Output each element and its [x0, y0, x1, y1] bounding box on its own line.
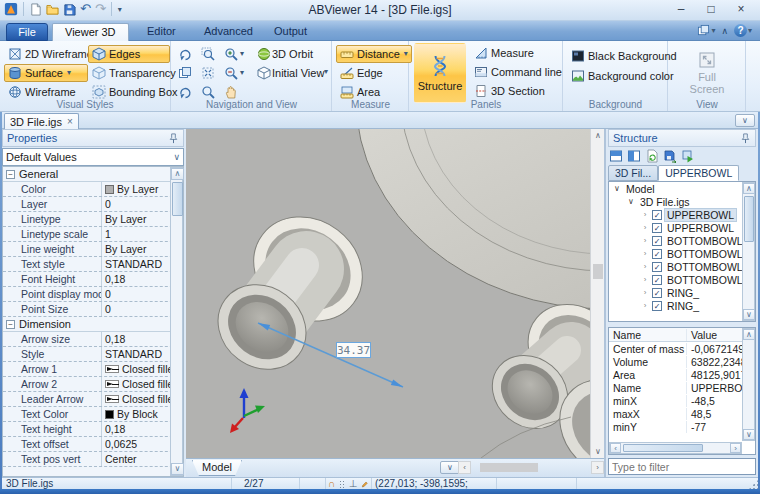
- details-vscrollbar[interactable]: ∧ ∨: [742, 328, 755, 441]
- zoom-in-button[interactable]: ▾: [222, 47, 255, 61]
- property-row[interactable]: Text styleSTANDARD: [3, 257, 183, 272]
- close-tab-icon[interactable]: ×: [67, 117, 73, 127]
- property-row[interactable]: Line weightBy Layer: [3, 242, 183, 257]
- property-row[interactable]: Text ColorBy Block: [3, 407, 183, 422]
- scrollbar-thumb[interactable]: [172, 182, 183, 216]
- 3d-viewport[interactable]: 34.37: [186, 129, 590, 458]
- scroll-left-icon[interactable]: ‹: [458, 461, 471, 474]
- tree-item[interactable]: ›✓BOTTOMBOWL: [609, 260, 755, 273]
- property-row[interactable]: StyleSTANDARD: [3, 347, 183, 362]
- scroll-down-icon[interactable]: ∨: [743, 429, 755, 440]
- draw-pen-icon[interactable]: [361, 479, 369, 490]
- property-row[interactable]: Font Height0,18: [3, 272, 183, 287]
- visibility-checkbox[interactable]: ✓: [652, 262, 662, 272]
- pan-button[interactable]: [222, 85, 255, 99]
- zoom-window-button[interactable]: [199, 47, 222, 61]
- property-row[interactable]: Text pos vertCenter: [3, 452, 183, 467]
- copy-view-button[interactable]: [176, 66, 199, 80]
- visibility-checkbox[interactable]: ✓: [652, 223, 662, 233]
- scroll-up-icon[interactable]: ∧: [171, 168, 184, 180]
- tab-file[interactable]: 3D Fil...: [608, 165, 658, 181]
- expand-icon[interactable]: ∨: [613, 184, 621, 193]
- property-row[interactable]: Text offset0,0625: [3, 437, 183, 452]
- visibility-checkbox[interactable]: ✓: [652, 301, 662, 311]
- detail-row[interactable]: maxX48,5: [609, 407, 755, 420]
- property-row[interactable]: Text height0,18: [3, 422, 183, 437]
- collapse-icon[interactable]: −: [6, 170, 15, 179]
- details-hscrollbar[interactable]: ‹ ›: [609, 442, 742, 454]
- export-icon[interactable]: [681, 149, 695, 163]
- property-row[interactable]: Arrow 1Closed filled: [3, 362, 183, 377]
- 3d-section-button[interactable]: 3D Section: [470, 82, 566, 100]
- expand-icon[interactable]: ›: [641, 223, 649, 232]
- tab-output[interactable]: Output: [262, 23, 319, 41]
- bounding-box-button[interactable]: Bounding Box: [88, 83, 170, 101]
- scroll-down-icon[interactable]: ∨: [591, 445, 605, 458]
- tree-item[interactable]: ›✓RING_: [609, 299, 755, 312]
- edge-button[interactable]: Edge: [336, 64, 412, 82]
- tree-item[interactable]: ›✓BOTTOMBOWL: [609, 247, 755, 260]
- document-tab[interactable]: 3D File.igs ×: [4, 113, 79, 129]
- scrollbar-thumb[interactable]: [593, 264, 603, 279]
- scroll-right-icon[interactable]: ›: [591, 461, 604, 474]
- tree-item[interactable]: ›✓RING_: [609, 286, 755, 299]
- expand-icon[interactable]: ›: [641, 301, 649, 310]
- properties-scrollbar[interactable]: ∧ ∨: [170, 167, 183, 476]
- tree-item[interactable]: ›✓UPPERBOWL: [609, 208, 755, 221]
- tree-item[interactable]: ∨Model: [609, 182, 755, 195]
- property-row[interactable]: Arrow size0,18: [3, 332, 183, 347]
- scroll-up-icon[interactable]: ∧: [591, 129, 605, 142]
- detail-row[interactable]: minX-48,5: [609, 394, 755, 407]
- property-group-header[interactable]: −Dimension: [3, 317, 183, 332]
- visibility-checkbox[interactable]: ✓: [652, 236, 662, 246]
- tab-list-button[interactable]: ∨: [735, 114, 755, 127]
- tab-editor[interactable]: Editor: [135, 23, 188, 41]
- expand-icon[interactable]: ›: [641, 210, 649, 219]
- minimize-button[interactable]: –: [666, 0, 696, 19]
- tab-upperbowl[interactable]: UPPERBOWL: [658, 165, 739, 181]
- property-row[interactable]: Linetype scale1: [3, 227, 183, 242]
- property-row[interactable]: Layer0: [3, 197, 183, 212]
- 3d-orbit-button[interactable]: 3D Orbit: [255, 47, 326, 61]
- expand-icon[interactable]: ›: [641, 236, 649, 245]
- viewport-vscrollbar[interactable]: ∧ ∨: [590, 129, 604, 458]
- preset-combobox[interactable]: Default Values ∨: [2, 148, 184, 166]
- property-group-header[interactable]: −General: [3, 167, 183, 182]
- property-row[interactable]: Point display mode0: [3, 287, 183, 302]
- visibility-checkbox[interactable]: ✓: [652, 275, 662, 285]
- zoom-extents-button[interactable]: [199, 66, 222, 80]
- close-button[interactable]: ×: [726, 0, 756, 19]
- initial-view-button[interactable]: Initial View: [255, 66, 326, 80]
- expand-icon[interactable]: ›: [641, 249, 649, 258]
- detail-row[interactable]: Center of mass-0,0672149757: [609, 342, 755, 355]
- rotate-angle-button[interactable]: [176, 85, 199, 99]
- save-structure-icon[interactable]: [663, 149, 677, 163]
- tree-item[interactable]: ›✓BOTTOMBOWL: [609, 234, 755, 247]
- property-row[interactable]: Arrow 2Closed filled: [3, 377, 183, 392]
- detail-row[interactable]: Area48125,9017897: [609, 368, 755, 381]
- distance-button[interactable]: Distance▾: [336, 45, 412, 63]
- scrollbar-thumb[interactable]: [480, 463, 538, 472]
- background-color-button[interactable]: Background color: [567, 67, 681, 85]
- scroll-down-icon[interactable]: ∨: [171, 463, 184, 475]
- tree-scrollbar[interactable]: ∧ ∨: [742, 182, 755, 321]
- scroll-up-icon[interactable]: ∧: [743, 329, 755, 340]
- detail-row[interactable]: NameUPPERBOWL: [609, 381, 755, 394]
- visibility-checkbox[interactable]: ✓: [652, 249, 662, 259]
- dropdown-icon[interactable]: ▾: [404, 49, 408, 58]
- split-horizontal-icon[interactable]: [609, 149, 623, 163]
- pin-icon[interactable]: [740, 133, 751, 144]
- tab-viewer-3d[interactable]: Viewer 3D: [52, 23, 129, 41]
- model-space-tab[interactable]: Model: [192, 460, 242, 476]
- tree-item[interactable]: ›✓UPPERBOWL: [609, 221, 755, 234]
- minimize-ribbon-button[interactable]: ∧: [721, 26, 728, 36]
- edges-button[interactable]: Edges: [88, 45, 170, 63]
- file-menu-button[interactable]: File: [6, 23, 48, 41]
- dropdown-icon[interactable]: ▾: [67, 68, 71, 77]
- detail-row[interactable]: minY-77: [609, 420, 755, 433]
- scroll-right-icon[interactable]: ›: [730, 443, 741, 453]
- 2d-wireframe-button[interactable]: 2D Wireframe: [4, 45, 88, 63]
- tree-item[interactable]: ›✓BOTTOMBOWL: [609, 273, 755, 286]
- visibility-checkbox[interactable]: ✓: [652, 210, 662, 220]
- views-dropdown-icon[interactable]: ▾: [324, 67, 328, 76]
